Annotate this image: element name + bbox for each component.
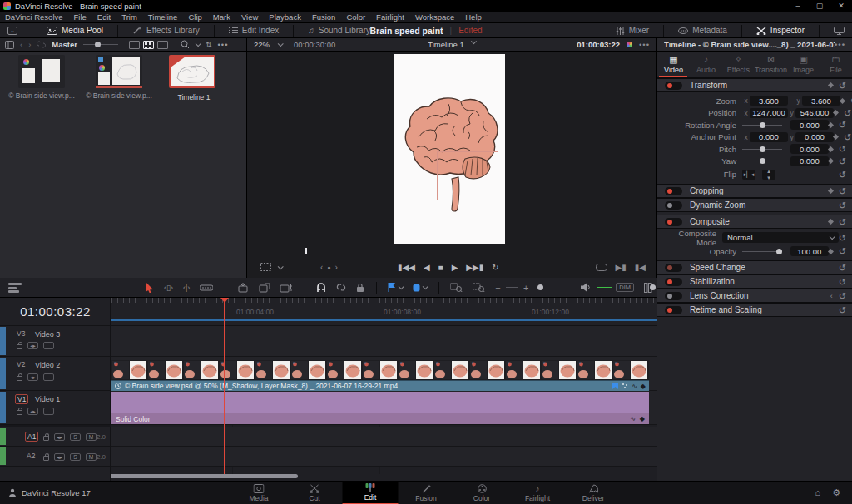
media-pool-options-icon[interactable]: ••• [218, 40, 229, 49]
keyframe-icon[interactable] [828, 248, 834, 254]
solo-button[interactable]: S [70, 433, 81, 441]
auto-select-icon[interactable]: ◂▸ [27, 342, 38, 349]
track-badge-selected[interactable]: A1 [25, 432, 38, 442]
reset-icon[interactable]: ↺ [839, 292, 846, 300]
track-a2-lane[interactable] [111, 447, 657, 467]
page-fairlight[interactable]: ♪ Fairlight [510, 482, 566, 504]
flip-horizontal-button[interactable]: ▸▏◂ [742, 170, 755, 180]
track-header-a2[interactable]: A2 ◂▸SM 2.0 [0, 447, 111, 467]
clip-keyframe-icon[interactable]: ◆ [641, 383, 646, 390]
reset-icon[interactable]: ↺ [839, 247, 846, 255]
zoom-chevron-icon[interactable] [278, 41, 284, 47]
close-button[interactable]: ✕ [830, 2, 852, 10]
selection-tool-button[interactable] [145, 282, 154, 293]
keyframe-icon[interactable] [828, 146, 834, 152]
menu-clip[interactable]: Clip [188, 12, 201, 22]
project-manager-icon[interactable]: ⌂ [815, 487, 820, 498]
page-edit[interactable]: Edit [343, 482, 399, 504]
position-y-input[interactable]: 546.000 [795, 108, 834, 118]
custom-zoom-button[interactable] [450, 283, 463, 292]
dim-button[interactable]: DIM [616, 283, 634, 292]
section-retime-scaling[interactable]: Retime and Scaling ↺ [657, 303, 852, 317]
marker-button[interactable] [413, 284, 427, 292]
track-name[interactable]: Video 1 [35, 395, 60, 403]
go-to-last-frame-button[interactable]: ▶▶▮ [466, 263, 483, 272]
section-speed-change[interactable]: Speed Change ↺ [657, 260, 852, 274]
edit-index-toggle[interactable]: Edit Index [221, 23, 286, 37]
track-enable-icon[interactable] [43, 373, 54, 381]
overwrite-clip-button[interactable] [259, 283, 270, 293]
bin-list-toggle-icon[interactable] [5, 41, 14, 49]
sound-library-toggle[interactable]: ♫ Sound Library [300, 23, 378, 37]
retime-enable-toggle[interactable] [665, 306, 682, 314]
menu-help[interactable]: Help [465, 12, 482, 22]
cropping-enable-toggle[interactable] [665, 187, 682, 195]
mute-audio-button[interactable] [581, 283, 592, 292]
reset-icon[interactable]: ↺ [839, 264, 846, 272]
thumbnail-size-slider[interactable] [83, 44, 118, 45]
menu-playback[interactable]: Playback [269, 12, 301, 22]
jog-control[interactable]: ‹●› [320, 263, 338, 272]
keyframe-icon[interactable] [833, 134, 839, 140]
composite-mode-dropdown[interactable]: Normal [722, 232, 839, 243]
link-bins-icon[interactable] [37, 41, 46, 48]
mixer-toggle[interactable]: Mixer [608, 26, 656, 35]
section-cropping[interactable]: Cropping ↺ [657, 184, 852, 198]
forward-button[interactable]: › [28, 40, 31, 49]
pitch-slider[interactable] [742, 149, 782, 150]
tab-effects[interactable]: ✧Effects [722, 52, 755, 77]
timeline-ruler[interactable]: 01:00:04:00 01:00:08:00 01:00:12:00 [111, 298, 657, 326]
section-composite[interactable]: Composite ↺ [657, 215, 852, 229]
track-badge[interactable]: V3 [15, 329, 27, 338]
reset-icon[interactable]: ↺ [844, 133, 851, 141]
zoom-x-input[interactable]: 3.600 [750, 96, 788, 106]
clean-feed-button[interactable] [826, 27, 852, 35]
reset-icon[interactable]: ↺ [839, 234, 846, 242]
position-x-input[interactable]: 1247.000 [750, 108, 788, 118]
track-header-a1[interactable]: A1 ◂▸SM 2.0 [0, 427, 111, 447]
section-transform[interactable]: Transform ↺ [657, 78, 852, 92]
mute-button[interactable]: M [86, 433, 97, 441]
page-cut[interactable]: Cut [287, 482, 343, 504]
yaw-slider[interactable] [742, 161, 782, 161]
tab-video[interactable]: ▦Video [657, 52, 690, 77]
media-pool-toggle[interactable]: Media Pool [39, 23, 111, 37]
go-to-first-frame-button[interactable]: ▮◀◀ [398, 263, 415, 272]
viewer-zoom-level[interactable]: 22% [254, 40, 270, 49]
tab-transition[interactable]: ⊠Transition [755, 52, 787, 77]
project-settings-gear-icon[interactable]: ⚙ [832, 487, 840, 498]
clip-curve-icon[interactable]: ∿ [632, 383, 637, 390]
track-name[interactable]: Video 3 [35, 330, 60, 338]
strip-view-icon[interactable] [129, 41, 140, 49]
reset-icon[interactable]: ↺ [839, 278, 846, 286]
viewer-timeline-name[interactable]: Timeline 1 [428, 40, 463, 49]
timeline-track-area[interactable]: 01:00:04:00 01:00:08:00 01:00:12:00 [111, 298, 657, 481]
keyframe-icon[interactable] [828, 188, 834, 194]
transform-enable-toggle[interactable] [665, 82, 682, 90]
anchor-x-input[interactable]: 0.000 [750, 132, 788, 142]
track-header-v3[interactable]: V3 Video 3 ◂▸ [0, 326, 111, 357]
auto-select-icon[interactable]: ◂▸ [27, 408, 38, 415]
opacity-input[interactable]: 100.00 [790, 246, 829, 256]
dynamic-trim-mode-button[interactable]: ‹|› [183, 284, 190, 292]
effects-library-toggle[interactable]: Effects Library [125, 23, 207, 37]
track-a1-lane[interactable] [111, 427, 657, 447]
track-badge-selected[interactable]: V1 [15, 394, 28, 404]
reset-icon[interactable]: ↺ [839, 121, 846, 129]
snapping-button[interactable] [316, 283, 326, 293]
track-lock-icon[interactable] [17, 344, 22, 349]
mark-out-icon[interactable]: ▮◀ [635, 263, 646, 272]
marker-chevron-icon[interactable] [423, 284, 428, 289]
page-color[interactable]: Color [454, 482, 510, 504]
metadata-toggle[interactable]: Metadata [671, 26, 735, 35]
track-badge[interactable]: V2 [15, 360, 27, 368]
detail-zoom-button[interactable] [473, 283, 485, 292]
viewer-mode-button[interactable] [260, 263, 282, 271]
track-enable-icon[interactable] [43, 408, 54, 415]
media-clip-thumbnail[interactable]: © Brain side view.p... [18, 55, 65, 88]
menu-timeline[interactable]: Timeline [148, 12, 178, 22]
track-header-v2[interactable]: V2 Video 2 ◂▸ [0, 357, 111, 391]
tab-file[interactable]: 🗀File [820, 52, 852, 77]
flag-button[interactable] [388, 283, 403, 292]
viewer-canvas[interactable] [394, 54, 505, 244]
